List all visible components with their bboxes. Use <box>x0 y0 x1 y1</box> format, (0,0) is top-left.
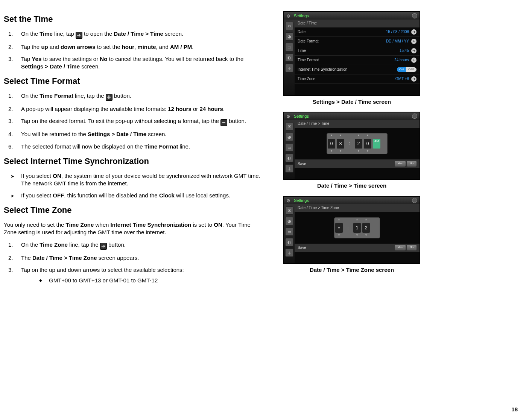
spinner-ampm[interactable]: AM <box>372 133 381 154</box>
sidebar-icon[interactable]: ✉ <box>285 206 293 215</box>
settings-row[interactable]: Time15:45➔ <box>295 46 420 56</box>
spinner-digit[interactable]: ▲0▼ <box>327 133 336 154</box>
spinner-digit[interactable]: ▲8▼ <box>336 133 345 154</box>
sidebar-icon[interactable]: ▭ <box>285 143 293 152</box>
sidebar-icon[interactable]: ◕ <box>285 133 293 141</box>
breadcrumb: Date / Time > Time <box>295 120 420 128</box>
settings-row[interactable]: Internet Time SynchronizationONOFF <box>295 65 420 74</box>
shot-title: Settings <box>294 198 309 203</box>
step: 3. Tap on the up and down arrows to sele… <box>20 266 263 285</box>
arrow-icon[interactable]: ➔ <box>411 48 417 53</box>
spinner-digit[interactable]: : <box>344 218 353 238</box>
arrow-icon[interactable]: ➔ <box>411 76 417 82</box>
row-label: Time Format <box>298 58 319 63</box>
step: 2. A pop-up will appear displaying the a… <box>20 105 263 113</box>
spinner-digit[interactable]: ▲+▼ <box>334 218 344 238</box>
step: 2. Tap the up and down arrows to set the… <box>20 43 263 51</box>
yes-button[interactable]: Yes <box>395 161 406 167</box>
sidebar-icon[interactable]: ◐ <box>285 154 293 162</box>
sidebar-icon[interactable]: ◐ <box>285 238 293 246</box>
toggle[interactable]: ONOFF <box>397 67 417 72</box>
sidebar-icon[interactable]: ◕ <box>285 217 293 225</box>
breadcrumb: Date / Time <box>295 20 420 27</box>
row-value: 15 / 03 / 2008 <box>386 29 409 35</box>
gear-icon: ⚙ <box>286 198 290 204</box>
intro-text: You only need to set the Time Zone when … <box>4 221 263 237</box>
no-button[interactable]: No <box>407 245 417 250</box>
row-value: DD / MM / YY <box>386 39 409 44</box>
figure-time: ⚙Settings ✉ ◕ ▭ ◐ ⏚ Date / Time > Time ▲… <box>278 112 425 190</box>
heading-time-zone: Select Time Zone <box>4 205 263 216</box>
step: 2. The Date / Time > Time Zone screen ap… <box>20 254 263 262</box>
save-label: Save <box>298 161 306 167</box>
arrow-icon: ➔ <box>76 32 82 39</box>
plus-icon[interactable]: + <box>411 58 417 63</box>
yes-button[interactable]: Yes <box>395 245 406 250</box>
shot-title: Settings <box>294 13 309 19</box>
sidebar-icon[interactable]: ▭ <box>285 43 293 51</box>
step: 3. Tap Yes to save the settings or No to… <box>20 55 263 71</box>
row-label: Internet Time Synchronization <box>298 67 347 72</box>
figure-caption: Date / Time > Time Zone screen <box>278 266 425 274</box>
spinner-digit[interactable]: ▲2▼ <box>362 218 371 238</box>
plus-icon: ✚ <box>106 94 112 101</box>
step: 1. On the Time Format line, tap the ✚ bu… <box>20 92 263 101</box>
sidebar-icon[interactable]: ⏚ <box>285 249 293 257</box>
settings-row[interactable]: Time ZoneGMT +8➔ <box>295 74 420 84</box>
heading-time-format: Select Time Format <box>4 76 263 87</box>
settings-row[interactable]: Time Format24 hours+ <box>295 56 420 65</box>
spinner-digit[interactable]: ▲1▼ <box>353 218 362 238</box>
figure-caption: Date / Time > Time screen <box>278 182 425 190</box>
close-icon[interactable] <box>412 198 417 203</box>
sidebar-icon[interactable]: ✉ <box>285 122 293 130</box>
sub-bullet: GMT+00 to GMT+13 or GMT-01 to GMT-12 <box>47 277 263 284</box>
close-icon[interactable] <box>412 13 417 18</box>
shot-title: Settings <box>294 114 309 119</box>
step: 3. Tap on the desired format. To exit th… <box>20 117 263 126</box>
heading-set-time: Set the Time <box>4 14 263 25</box>
plus-icon[interactable]: + <box>411 39 417 44</box>
row-label: Time Zone <box>298 76 315 82</box>
row-value: GMT +8 <box>395 76 409 82</box>
minus-icon: ━ <box>220 119 227 126</box>
gear-icon: ⚙ <box>286 13 290 19</box>
sidebar-icon[interactable]: ⏚ <box>285 164 293 173</box>
sidebar-icon[interactable]: ⏚ <box>285 64 293 72</box>
step: 4. You will be returned to the Settings … <box>20 130 263 138</box>
step: 1. On the Time Zone line, tap the ➔ butt… <box>20 241 263 250</box>
sidebar-icon[interactable]: ▭ <box>285 227 293 236</box>
row-label: Date Format <box>298 39 319 44</box>
bullet: If you select ON, the system time of you… <box>20 172 263 188</box>
step: 1. On the Time line, tap ➔ to open the D… <box>20 30 263 39</box>
gear-icon: ⚙ <box>286 114 290 120</box>
save-label: Save <box>298 245 306 250</box>
arrow-icon: ➔ <box>100 243 107 250</box>
no-button[interactable]: No <box>407 161 417 167</box>
arrow-icon[interactable]: ➔ <box>411 29 417 35</box>
settings-row[interactable]: Date15 / 03 / 2008➔ <box>295 27 420 37</box>
page-number: 18 <box>4 404 525 413</box>
spinner-digit[interactable]: ▲2▼ <box>354 133 363 154</box>
spinner-digit[interactable]: ▲0▼ <box>363 133 372 154</box>
breadcrumb: Date / Time > Time Zone <box>295 204 420 212</box>
step: 6. The selected format will now be displ… <box>20 143 263 150</box>
spinner-digit[interactable]: : <box>345 133 354 154</box>
row-label: Date <box>298 29 306 35</box>
bullet: If you select OFF, this function will be… <box>20 192 263 199</box>
row-value: 24 hours <box>394 58 409 63</box>
sidebar-icon[interactable]: ◐ <box>285 53 293 62</box>
figure-caption: Settings > Date / Time screen <box>278 98 425 106</box>
row-label: Time <box>298 48 306 53</box>
close-icon[interactable] <box>412 114 417 119</box>
settings-row[interactable]: Date FormatDD / MM / YY+ <box>295 37 420 46</box>
figure-settings-datetime: ⚙Settings ✉ ◕ ▭ ◐ ⏚ Date / Time Date15 /… <box>278 11 425 106</box>
sidebar-icon[interactable]: ✉ <box>285 22 293 30</box>
figure-timezone: ⚙Settings ✉ ◕ ▭ ◐ ⏚ Date / Time > Time Z… <box>278 196 425 274</box>
sidebar-icon[interactable]: ◕ <box>285 32 293 41</box>
row-value: 15:45 <box>400 48 409 53</box>
heading-internet-sync: Select Internet Time Synchronization <box>4 156 263 167</box>
